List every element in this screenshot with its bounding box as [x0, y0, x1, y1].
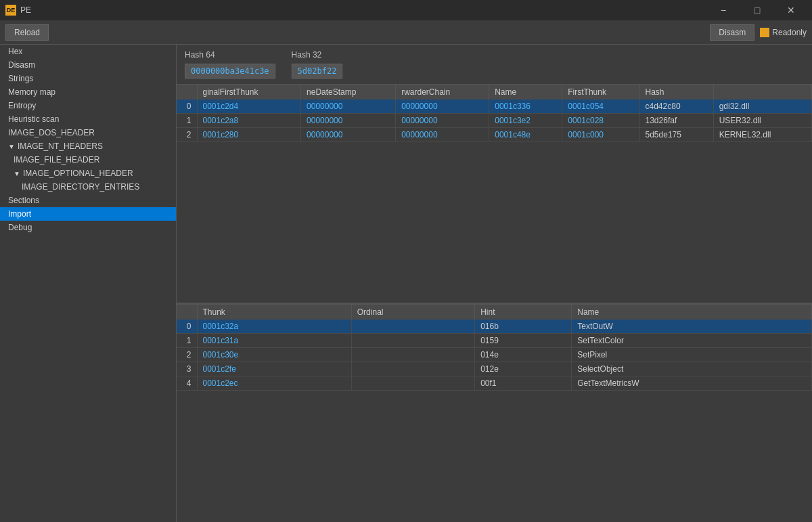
table-row[interactable]: 4 0001c2ec 00f1 GetTextMetricsW — [177, 376, 812, 390]
col-hash: Hash — [639, 85, 713, 100]
detail-cell-thunk: 0001c30e — [197, 347, 351, 362]
detail-cell-name: SetTextColor — [572, 333, 812, 347]
row-index: 2 — [177, 128, 197, 142]
sidebar-item-image-dos-header[interactable]: IMAGE_DOS_HEADER — [0, 126, 176, 139]
cell-first-thunk: 0001c028 — [562, 114, 639, 128]
col-forwarder-chain: rwarderChain — [396, 85, 489, 100]
cell-first-thunk: 0001c000 — [562, 128, 639, 142]
sidebar-item-debug[interactable]: Debug — [0, 221, 176, 234]
table-row[interactable]: 0 0001c2d4 00000000 00000000 0001c336 00… — [177, 100, 812, 114]
import-table-container[interactable]: ginalFirstThunk neDateStamp rwarderChain… — [177, 85, 812, 303]
cell-first-thunk: 0001c054 — [562, 100, 639, 114]
cell-hash: c4d42c80 — [639, 100, 713, 114]
detail-row-index: 2 — [177, 347, 197, 362]
detail-row-index: 4 — [177, 376, 197, 390]
detail-col-hint: Hint — [475, 305, 572, 320]
table-row[interactable]: 3 0001c2fe 012e SelectObject — [177, 362, 812, 376]
cell-forwarder-chain: 00000000 — [396, 114, 489, 128]
detail-cell-thunk: 0001c32a — [197, 320, 351, 334]
table-row[interactable]: 0 0001c32a 016b TextOutW — [177, 320, 812, 334]
detail-row-index: 3 — [177, 362, 197, 376]
cell-dll-name: USER32.dll — [713, 114, 811, 128]
maximize-button[interactable]: □ — [742, 0, 773, 20]
detail-col-index — [177, 305, 197, 320]
cell-dll-name: KERNEL32.dll — [713, 128, 811, 142]
cell-time-date-stamp: 00000000 — [301, 128, 396, 142]
cell-original-first-thunk: 0001c280 — [197, 128, 301, 142]
detail-row-index: 0 — [177, 320, 197, 334]
disasm-button[interactable]: Disasm — [710, 24, 754, 41]
detail-col-ordinal: Ordinal — [351, 305, 474, 320]
detail-cell-ordinal — [351, 362, 474, 376]
table-row[interactable]: 1 0001c2a8 00000000 00000000 0001c3e2 00… — [177, 114, 812, 128]
sidebar-item-hex[interactable]: Hex — [0, 45, 176, 58]
cell-name: 0001c3e2 — [489, 114, 562, 128]
table-row[interactable]: 2 0001c30e 014e SetPixel — [177, 347, 812, 362]
sidebar-item-strings[interactable]: Strings — [0, 72, 176, 85]
detail-cell-name: SetPixel — [572, 347, 812, 362]
cell-dll-name: gdi32.dll — [713, 100, 811, 114]
detail-cell-thunk: 0001c2fe — [197, 362, 351, 376]
detail-cell-hint: 016b — [475, 320, 572, 334]
detail-col-thunk: Thunk — [197, 305, 351, 320]
table-row[interactable]: 1 0001c31a 0159 SetTextColor — [177, 333, 812, 347]
hash32-value[interactable]: 5d02bf22 — [292, 64, 343, 79]
content-area: Hash 64 0000000ba3e41c3e Hash 32 5d02bf2… — [177, 45, 812, 522]
hash64-value[interactable]: 0000000ba3e41c3e — [185, 64, 275, 79]
col-first-thunk: FirstThunk — [562, 85, 639, 100]
col-original-first-thunk: ginalFirstThunk — [197, 85, 301, 100]
readonly-icon — [760, 28, 769, 37]
col-name: Name — [489, 85, 562, 100]
cell-forwarder-chain: 00000000 — [396, 128, 489, 142]
hash-section: Hash 64 0000000ba3e41c3e Hash 32 5d02bf2… — [177, 45, 812, 85]
detail-cell-name: SelectObject — [572, 362, 812, 376]
sidebar-item-disasm[interactable]: Disasm — [0, 58, 176, 72]
sidebar-item-image-directory-entries[interactable]: IMAGE_DIRECTORY_ENTRIES — [0, 180, 176, 194]
sidebar-item-heuristic-scan[interactable]: Heuristic scan — [0, 112, 176, 126]
import-table-section: ginalFirstThunk neDateStamp rwarderChain… — [177, 85, 812, 305]
readonly-label: Readonly — [760, 28, 807, 37]
reload-button[interactable]: Reload — [5, 24, 49, 41]
cell-name: 0001c336 — [489, 100, 562, 114]
close-button[interactable]: ✕ — [775, 0, 807, 20]
cell-time-date-stamp: 00000000 — [301, 114, 396, 128]
detail-row-index: 1 — [177, 333, 197, 347]
app-icon: DE — [5, 5, 16, 16]
sidebar-item-image-nt-headers[interactable]: ▼IMAGE_NT_HEADERS — [0, 139, 176, 153]
detail-cell-hint: 012e — [475, 362, 572, 376]
import-table: ginalFirstThunk neDateStamp rwarderChain… — [177, 85, 812, 142]
main-layout: HexDisasmStringsMemory mapEntropyHeurist… — [0, 45, 812, 522]
sidebar: HexDisasmStringsMemory mapEntropyHeurist… — [0, 45, 177, 522]
detail-table-container[interactable]: Thunk Ordinal Hint Name 0 0001c32a 016b … — [177, 305, 812, 523]
detail-cell-name: GetTextMetricsW — [572, 376, 812, 390]
cell-forwarder-chain: 00000000 — [396, 100, 489, 114]
readonly-text: Readonly — [772, 28, 807, 37]
detail-cell-ordinal — [351, 333, 474, 347]
sidebar-item-sections[interactable]: Sections — [0, 194, 176, 207]
cell-original-first-thunk: 0001c2a8 — [197, 114, 301, 128]
cell-hash: 13d26faf — [639, 114, 713, 128]
minimize-button[interactable]: − — [708, 0, 739, 20]
toolbar: Reload Disasm Readonly — [0, 20, 812, 45]
detail-col-name: Name — [572, 305, 812, 320]
sidebar-item-entropy[interactable]: Entropy — [0, 99, 176, 112]
title-bar: DE PE − □ ✕ — [0, 0, 812, 20]
detail-cell-thunk: 0001c31a — [197, 333, 351, 347]
sidebar-item-image-file-header[interactable]: IMAGE_FILE_HEADER — [0, 153, 176, 167]
import-detail-section: Thunk Ordinal Hint Name 0 0001c32a 016b … — [177, 305, 812, 523]
detail-table-header: Thunk Ordinal Hint Name — [177, 305, 812, 320]
import-table-header: ginalFirstThunk neDateStamp rwarderChain… — [177, 85, 812, 100]
table-row[interactable]: 2 0001c280 00000000 00000000 0001c48e 00… — [177, 128, 812, 142]
app-title: PE — [20, 5, 31, 15]
hash32-label: Hash 32 — [292, 50, 343, 60]
detail-cell-ordinal — [351, 320, 474, 334]
sidebar-item-image-optional-header[interactable]: ▼IMAGE_OPTIONAL_HEADER — [0, 167, 176, 180]
cell-name: 0001c48e — [489, 128, 562, 142]
sidebar-item-memory-map[interactable]: Memory map — [0, 85, 176, 99]
hash64-label: Hash 64 — [185, 50, 275, 60]
row-index: 0 — [177, 100, 197, 114]
row-index: 1 — [177, 114, 197, 128]
detail-cell-thunk: 0001c2ec — [197, 376, 351, 390]
col-time-date-stamp: neDateStamp — [301, 85, 396, 100]
sidebar-item-import[interactable]: Import — [0, 207, 176, 221]
